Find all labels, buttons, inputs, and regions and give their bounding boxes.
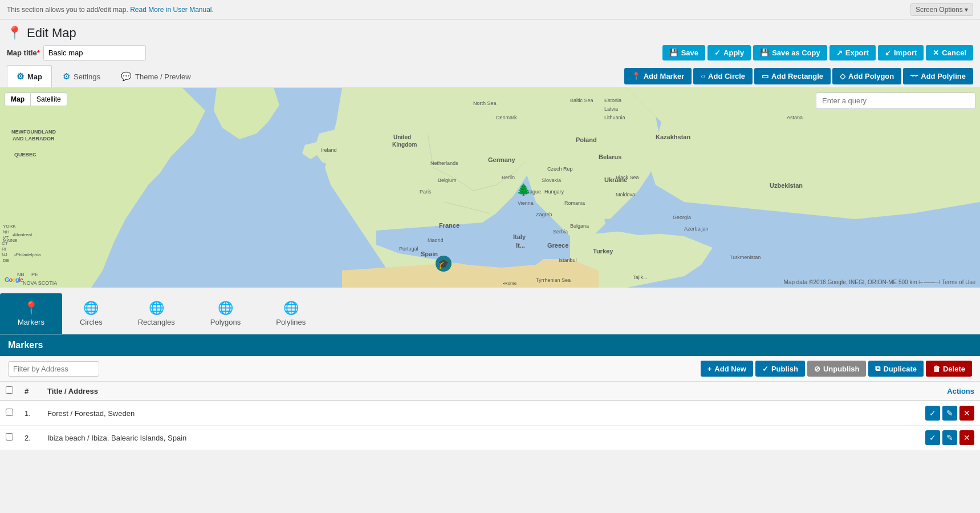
- import-button[interactable]: ↙ Import: [878, 45, 924, 60]
- publish-markers-button[interactable]: ✓ Publish: [755, 361, 805, 377]
- export-button[interactable]: ↗ Export: [829, 45, 876, 60]
- add-circle-button[interactable]: ○ Add Circle: [693, 68, 753, 84]
- svg-text:It...: It...: [516, 242, 525, 249]
- map-title-input[interactable]: [43, 45, 146, 60]
- tab-map[interactable]: ⚙ Map: [7, 65, 52, 87]
- section-tabs: 📍 Markers 🌐 Circles 🌐 Rectangles 🌐 Polyg…: [0, 288, 980, 334]
- map-title-group: Map title*: [7, 45, 146, 60]
- row-1-delete-button[interactable]: ✕: [959, 406, 974, 421]
- markers-actions: + Add New ✓ Publish ⊘ Unpublish ⧉ Duplic…: [701, 361, 972, 377]
- svg-text:•Montreal: •Montreal: [13, 232, 32, 237]
- row-1-checkbox[interactable]: [6, 409, 13, 416]
- svg-text:DE: DE: [3, 258, 9, 263]
- save-icon: 💾: [669, 49, 678, 57]
- section-tab-polygons[interactable]: 🌐 Polygons: [193, 293, 258, 334]
- row-2-checkbox[interactable]: [6, 433, 13, 441]
- cancel-button[interactable]: ✕ Cancel: [926, 45, 973, 60]
- svg-text:•Philadelphia: •Philadelphia: [14, 252, 41, 257]
- add-rectangle-button[interactable]: ▭ Add Rectangle: [754, 68, 831, 84]
- svg-text:NEWFOUNDLAND: NEWFOUNDLAND: [11, 129, 56, 135]
- page-header: 📍 Edit Map: [0, 20, 980, 41]
- markers-toolbar: + Add New ✓ Publish ⊘ Unpublish ⧉ Duplic…: [0, 356, 980, 382]
- unpublish-markers-button[interactable]: ⊘ Unpublish: [807, 361, 867, 377]
- map-type-map-btn[interactable]: Map: [5, 92, 31, 106]
- svg-text:Italy: Italy: [513, 233, 526, 240]
- select-all-checkbox[interactable]: [6, 386, 13, 394]
- add-marker-button[interactable]: 📍 Add Marker: [624, 68, 692, 84]
- filter-address-input[interactable]: [8, 361, 99, 377]
- svg-text:Greece: Greece: [547, 242, 568, 249]
- row-2-edit-button[interactable]: ✎: [942, 430, 957, 445]
- section-tab-circles[interactable]: 🌐 Circles: [62, 293, 120, 334]
- svg-text:Tajik...: Tajik...: [633, 274, 648, 280]
- svg-text:Denmark: Denmark: [496, 115, 517, 120]
- svg-text:North Sea: North Sea: [473, 100, 497, 106]
- map-search-container: [816, 92, 975, 109]
- row-2-num: 2.: [19, 426, 42, 450]
- delete-markers-button[interactable]: 🗑 Delete: [926, 361, 972, 377]
- section-tab-markers[interactable]: 📍 Markers: [0, 293, 62, 334]
- row-1-edit-button[interactable]: ✎: [942, 406, 957, 421]
- page-title: Edit Map: [27, 26, 76, 41]
- svg-text:Azerbaijan: Azerbaijan: [684, 226, 709, 232]
- svg-text:NOVA SCOTIA: NOVA SCOTIA: [23, 280, 57, 286]
- svg-text:Belgium: Belgium: [438, 177, 457, 183]
- circles-tab-icon: 🌐: [83, 301, 99, 316]
- theme-tab-icon: 💬: [121, 71, 132, 82]
- export-icon: ↗: [836, 49, 843, 57]
- add-new-marker-button[interactable]: + Add New: [701, 361, 753, 377]
- svg-text:🌲: 🌲: [517, 183, 531, 196]
- svg-text:Uzbekistan: Uzbekistan: [770, 182, 803, 189]
- map-container[interactable]: United Kingdom Ireland Netherlands Belgi…: [0, 88, 980, 288]
- add-polygon-button[interactable]: ◇ Add Polygon: [832, 68, 901, 84]
- svg-text:Hungary: Hungary: [544, 189, 564, 195]
- save-as-copy-button[interactable]: 💾 Save as Copy: [753, 45, 827, 60]
- map-type-satellite-btn[interactable]: Satellite: [31, 92, 67, 106]
- add-circle-icon: ○: [701, 72, 705, 80]
- action-buttons: 💾 Save ✓ Apply 💾 Save as Copy ↗ Export ↙…: [662, 45, 973, 60]
- polygons-tab-icon: 🌐: [218, 301, 233, 316]
- row-2-delete-button[interactable]: ✕: [959, 430, 974, 445]
- row-2-check-button[interactable]: ✓: [925, 430, 940, 445]
- duplicate-icon: ⧉: [875, 364, 880, 373]
- svg-text:Portugal: Portugal: [399, 246, 418, 252]
- user-manual-link[interactable]: Read More in User Manual.: [130, 6, 214, 14]
- markers-table: # Title / Address Actions 1. Forest / Fo…: [0, 382, 980, 450]
- svg-text:Czech Rep: Czech Rep: [547, 166, 573, 172]
- row-2-title: Ibiza beach / Ibiza, Balearic Islands, S…: [42, 426, 711, 450]
- svg-text:Georgia: Georgia: [673, 215, 691, 220]
- settings-tab-icon: ⚙: [63, 71, 70, 82]
- svg-text:Zagreb: Zagreb: [536, 212, 552, 217]
- save-button[interactable]: 💾 Save: [662, 45, 705, 60]
- svg-text:Paris: Paris: [420, 189, 432, 195]
- screen-options-button[interactable]: Screen Options ▾: [910, 3, 973, 16]
- map-search-input[interactable]: [816, 92, 975, 109]
- markers-header: Markers: [0, 334, 980, 356]
- duplicate-markers-button[interactable]: ⧉ Duplicate: [868, 361, 924, 377]
- add-polyline-icon: 〰: [910, 72, 918, 80]
- svg-text:Lithuania: Lithuania: [604, 115, 625, 120]
- section-tab-polylines[interactable]: 🌐 Polylines: [258, 293, 323, 334]
- apply-button[interactable]: ✓ Apply: [707, 45, 751, 60]
- delete-icon: 🗑: [933, 365, 940, 373]
- map-svg: United Kingdom Ireland Netherlands Belgi…: [0, 88, 980, 288]
- add-polyline-button[interactable]: 〰 Add Polyline: [903, 68, 973, 84]
- table-header-row: # Title / Address Actions: [0, 382, 980, 401]
- map-type-controls: Map Satellite: [5, 92, 67, 106]
- svg-text:Astana: Astana: [787, 115, 803, 120]
- row-1-title: Forest / Forestad, Sweden: [42, 401, 711, 426]
- section-tab-rectangles[interactable]: 🌐 Rectangles: [120, 293, 193, 334]
- svg-text:QUEBEC: QUEBEC: [14, 152, 36, 157]
- svg-text:Spain: Spain: [421, 251, 438, 257]
- svg-text:Tyrrhenian Sea: Tyrrhenian Sea: [536, 277, 571, 283]
- header-actions: Actions: [711, 382, 980, 401]
- svg-text:Netherlands: Netherlands: [430, 160, 458, 166]
- tab-theme-preview[interactable]: 💬 Theme / Preview: [111, 65, 201, 87]
- tab-settings[interactable]: ⚙ Settings: [53, 65, 110, 87]
- svg-text:CT: CT: [2, 241, 8, 246]
- svg-text:Turkey: Turkey: [593, 248, 613, 255]
- svg-text:Kazakhstan: Kazakhstan: [656, 134, 690, 140]
- save-copy-icon: 💾: [760, 49, 769, 57]
- row-1-check-button[interactable]: ✓: [925, 406, 940, 421]
- cancel-icon: ✕: [933, 49, 939, 57]
